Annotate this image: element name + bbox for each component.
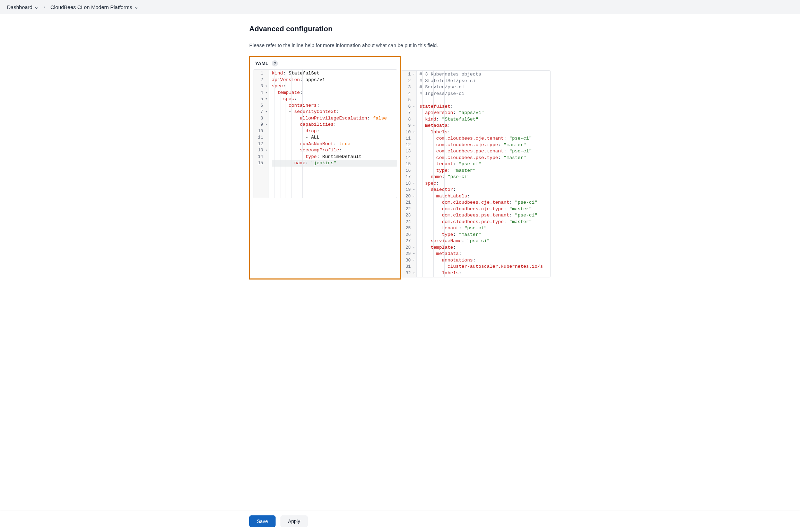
line-number: 5 [402,97,414,104]
code-line[interactable]: capabilities: [272,122,397,128]
line-number: 28 [402,245,414,251]
line-number: 31 [402,264,414,270]
code-line[interactable]: allowPrivilegeEscalation: false [272,115,397,122]
help-icon[interactable]: ? [272,60,278,66]
line-number: 5 [255,96,267,103]
code-line[interactable]: template: [272,90,397,96]
code-line[interactable]: - securityContext: [272,109,397,115]
line-number: 15 [402,161,414,168]
line-number: 13 [402,148,414,155]
code-line[interactable]: drop: [272,128,397,135]
line-number: 11 [255,134,267,141]
line-number: 14 [255,154,267,160]
line-number: 25 [402,225,414,232]
code-line[interactable]: name: "jenkins" [272,160,397,167]
line-number: 9 [402,123,414,129]
code-line[interactable]: spec: [272,96,397,103]
yaml-label: YAML [255,61,268,66]
breadcrumb: Dashboard CloudBees CI on Modern Platfor… [0,0,800,14]
line-number: 6 [402,104,414,110]
line-number: 19 [402,187,414,193]
line-number: 3 [402,84,414,91]
line-number: 2 [402,78,414,85]
line-number: 29 [402,251,414,257]
line-number: 3 [255,83,267,90]
line-number: 24 [402,219,414,225]
line-number: 7 [255,109,267,115]
line-number: 4 [402,91,414,97]
line-number: 11 [402,135,414,142]
line-number: 4 [255,90,267,96]
line-number: 16 [402,168,414,174]
line-number: 10 [255,128,267,135]
page-title: Advanced configuration [249,25,551,33]
line-number: 13 [255,147,267,154]
line-number: 32 [402,270,414,277]
line-number: 8 [255,115,267,122]
breadcrumb-item-cloudbees[interactable]: CloudBees CI on Modern Platforms [50,4,138,10]
breadcrumb-label: Dashboard [7,4,32,10]
code-line[interactable]: seccompProfile: [272,147,397,154]
line-number: 20 [402,193,414,200]
code-line[interactable]: kind: StatefulSet [272,70,397,77]
line-number: 26 [402,232,414,238]
line-number: 15 [255,160,267,167]
help-text: Please refer to the inline help for more… [249,43,551,48]
line-number: 1 [255,70,267,77]
line-number: 10 [402,129,414,136]
code-line[interactable]: spec: [272,83,397,90]
line-number: 23 [402,212,414,219]
line-number: 12 [402,142,414,149]
code-line[interactable]: - ALL [272,134,397,141]
line-number: 8 [402,116,414,123]
breadcrumb-label: CloudBees CI on Modern Platforms [50,4,132,10]
line-number: 6 [255,103,267,109]
code-line[interactable]: runAsNonRoot: true [272,141,397,148]
line-number: 17 [402,174,414,180]
code-line[interactable]: type: RuntimeDefault [272,154,397,160]
yaml-editor-left[interactable]: 123456789101112131415 kind: StatefulSeta… [253,69,397,198]
yaml-editor-right[interactable]: 1234567891011121314151617181920212223242… [401,70,551,277]
line-number: 9 [255,122,267,128]
line-number: 21 [402,200,414,206]
line-number: 1 [402,71,414,78]
line-number: 30 [402,257,414,264]
line-number: 14 [402,155,414,161]
code-line[interactable]: containers: [272,103,397,109]
chevron-down-icon[interactable] [34,5,38,9]
line-number: 2 [255,77,267,83]
line-number: 27 [402,238,414,245]
breadcrumb-item-dashboard[interactable]: Dashboard [7,4,38,10]
line-number: 18 [402,180,414,187]
chevron-right-icon [43,5,46,10]
line-number: 22 [402,206,414,213]
code-line[interactable]: apiVersion: apps/v1 [272,77,397,83]
chevron-down-icon[interactable] [134,5,138,9]
yaml-highlight-box: YAML ? 123456789101112131415 kind: State… [249,56,401,280]
line-number: 7 [402,110,414,116]
line-number: 12 [255,141,267,148]
